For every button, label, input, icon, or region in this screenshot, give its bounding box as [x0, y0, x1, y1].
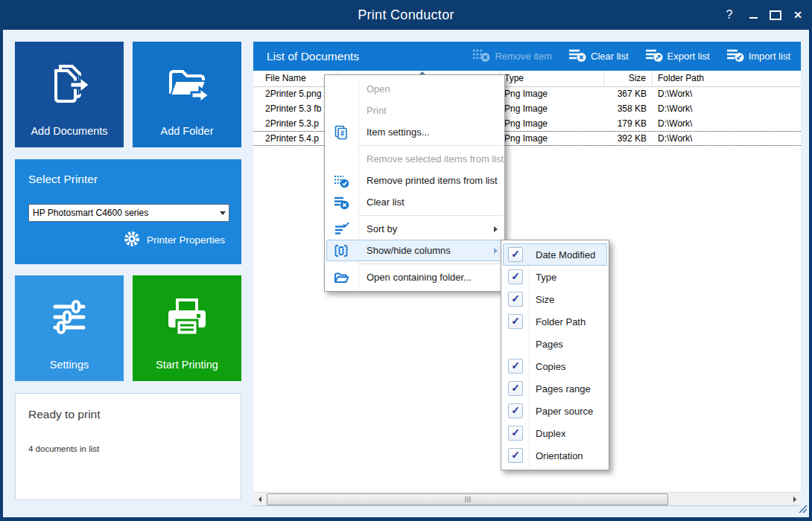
- help-icon: ?: [726, 8, 733, 22]
- menu-item-label: Print: [367, 105, 387, 116]
- sliders-icon: [15, 295, 124, 342]
- menu-item-icon: [333, 151, 349, 167]
- status-detail: 4 documents in list: [28, 444, 99, 453]
- cell-folder-path: D:\Work\: [658, 132, 692, 147]
- menu-item-label: Open: [367, 83, 390, 95]
- column-toggle-item[interactable]: Pages: [501, 333, 609, 355]
- cell-size: 358 KB: [604, 101, 647, 116]
- menu-item-label: Remove printed items from list: [367, 175, 498, 186]
- submenu-arrow-icon: [494, 248, 498, 254]
- import-list-button[interactable]: Import list: [726, 48, 790, 65]
- column-toggle-item[interactable]: ✓ Paper source: [501, 400, 609, 422]
- clear-list-menu-icon: [333, 194, 349, 211]
- column-toggle-label: Date Modified: [536, 249, 595, 260]
- printer-properties-button[interactable]: Printer Properties: [124, 231, 225, 249]
- status-title: Ready to print: [28, 408, 101, 421]
- checkbox: ✓: [508, 381, 523, 396]
- context-menu-item[interactable]: Open containing folder...: [325, 266, 504, 288]
- column-header-folder-path[interactable]: Folder Path: [653, 71, 801, 86]
- minimize-button[interactable]: [742, 0, 764, 30]
- cell-size: 179 KB: [604, 116, 647, 131]
- checkbox: ✓: [508, 269, 523, 284]
- column-header-type[interactable]: Type: [500, 71, 604, 86]
- menu-item-icon: [333, 103, 349, 119]
- resize-grip[interactable]: [799, 502, 807, 516]
- scrollbar-thumb[interactable]: [267, 493, 668, 505]
- column-toggle-label: Folder Path: [536, 316, 586, 327]
- help-button[interactable]: ?: [718, 0, 740, 30]
- start-printing-button[interactable]: Start Printing: [133, 275, 241, 381]
- cell-file-name: 2Printer 5.3 fb: [265, 101, 321, 116]
- cell-folder-path: D:\Work\: [658, 86, 692, 101]
- cell-file-name: 2Printer 5.4.p: [265, 132, 319, 147]
- column-toggle-item[interactable]: ✓ Folder Path: [501, 310, 609, 333]
- menu-item-label: Sort by: [367, 223, 397, 234]
- context-menu-item[interactable]: Sort by: [325, 218, 504, 240]
- list-header: List of Documents Remove item: [253, 42, 801, 71]
- cell-file-name: 2Printer 5.3.p: [265, 116, 319, 131]
- export-list-button[interactable]: Export list: [645, 48, 710, 65]
- cell-file-name: 2Printer 5.png: [265, 86, 321, 101]
- column-toggle-label: Duplex: [536, 428, 565, 439]
- status-panel: Ready to print 4 documents in list: [15, 393, 241, 500]
- cell-size: 367 KB: [604, 86, 647, 101]
- context-menu-item[interactable]: Print: [325, 100, 504, 121]
- horizontal-scrollbar[interactable]: [253, 492, 801, 505]
- context-menu: Open Print # Item settings... Remove sel…: [324, 74, 505, 292]
- context-menu-item[interactable]: Show/hide columns: [326, 240, 503, 261]
- printer-select[interactable]: HP Photosmart C4600 series: [28, 204, 229, 222]
- add-folder-icon: [133, 61, 241, 109]
- context-menu-item[interactable]: Remove printed items from list: [325, 170, 504, 191]
- check-icon: ✓: [511, 427, 520, 438]
- cell-type: Png Image: [504, 132, 548, 147]
- start-printing-label: Start Printing: [133, 359, 241, 371]
- clear-list-icon: [568, 48, 586, 65]
- cell-type: Png Image: [504, 101, 548, 116]
- cell-folder-path: D:\Work\: [658, 116, 692, 131]
- checkbox: ✓: [508, 403, 523, 418]
- close-button[interactable]: ✕: [787, 0, 809, 30]
- add-documents-icon: [15, 61, 124, 109]
- context-menu-item[interactable]: # Item settings...: [325, 121, 504, 143]
- column-toggle-item[interactable]: ✓ Duplex: [501, 422, 609, 444]
- check-icon: ✓: [511, 316, 520, 326]
- import-list-label: Import list: [749, 51, 790, 62]
- add-folder-button[interactable]: Add Folder: [133, 42, 241, 147]
- context-menu-item[interactable]: Open: [325, 78, 504, 100]
- item-settings-icon: #: [333, 124, 349, 141]
- add-documents-button[interactable]: Add Documents: [15, 42, 124, 147]
- printer-select-value: HP Photosmart C4600 series: [29, 208, 217, 218]
- remove-item-button[interactable]: Remove item: [472, 48, 552, 65]
- column-toggle-item[interactable]: ✓ Type: [501, 266, 609, 288]
- column-toggle-item[interactable]: ✓ Orientation: [501, 444, 609, 467]
- column-toggle-item[interactable]: ✓ Date Modified: [503, 243, 607, 266]
- check-icon: ✓: [511, 450, 520, 460]
- context-menu-item[interactable]: Clear list: [325, 191, 504, 213]
- menu-item-icon: [333, 81, 349, 98]
- minimize-icon: [749, 17, 758, 19]
- column-toggle-item[interactable]: ✓ Copies: [501, 355, 609, 377]
- settings-button[interactable]: Settings: [15, 275, 124, 381]
- context-menu-item[interactable]: Remove selected items from list: [325, 148, 504, 170]
- submenu-arrow-icon: [494, 226, 498, 232]
- cell-type: Png Image: [504, 116, 548, 131]
- column-toggle-item[interactable]: ✓ Size: [501, 288, 609, 310]
- column-toggle-item[interactable]: ✓ Pages range: [501, 377, 609, 400]
- clear-list-button[interactable]: Clear list: [568, 48, 629, 65]
- select-printer-title: Select Printer: [28, 173, 98, 186]
- column-toggle-label: Copies: [536, 361, 565, 372]
- column-toggle-label: Orientation: [536, 450, 583, 461]
- gear-icon: [124, 231, 140, 249]
- title-bar[interactable]: Print Conductor ? ✕: [0, 0, 812, 30]
- export-list-icon: [645, 48, 663, 65]
- column-toggle-label: Size: [536, 294, 554, 305]
- cell-size: 392 KB: [604, 132, 647, 147]
- maximize-button[interactable]: [764, 0, 787, 30]
- column-header-size[interactable]: Size: [604, 71, 653, 86]
- check-icon: ✓: [511, 383, 520, 393]
- scroll-left-arrow[interactable]: [253, 493, 266, 505]
- checkbox: ✓: [508, 292, 523, 307]
- menu-item-label: Show/hide columns: [367, 245, 451, 256]
- check-icon: ✓: [511, 360, 520, 371]
- column-toggle-label: Paper source: [536, 406, 593, 417]
